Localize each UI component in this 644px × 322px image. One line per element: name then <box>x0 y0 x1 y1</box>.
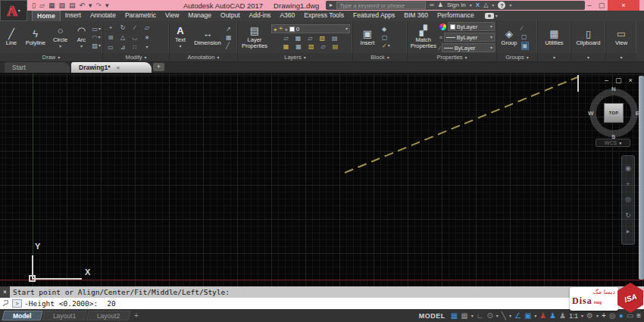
layer-freeze-icon[interactable]: ☀ <box>278 26 283 32</box>
utilities-button[interactable]: ▦ Utilities <box>539 29 569 46</box>
circle-button[interactable]: ○ Circle ▾ <box>50 26 71 48</box>
arc-button[interactable]: ◠ Arc ▾ <box>73 26 91 48</box>
close-window-icon[interactable]: × <box>608 0 639 11</box>
new-layout-button[interactable]: + <box>134 311 139 320</box>
tab-performance[interactable]: Performance <box>433 11 479 21</box>
scale-icon[interactable]: ⊿ <box>120 44 126 51</box>
layer-walk-icon[interactable]: ▧ <box>308 43 314 50</box>
hatch-caret-icon[interactable]: ▾ <box>98 43 101 48</box>
annotation-visibility-icon[interactable]: ♟ <box>539 311 546 320</box>
file-tab-start[interactable]: Start <box>5 62 70 73</box>
layer-match-icon[interactable]: ▦ <box>283 43 289 50</box>
rotate-icon[interactable]: ↻ <box>120 24 126 31</box>
layout2-tab[interactable]: Layout2 <box>86 311 130 320</box>
ortho-mode-icon[interactable]: ∟ <box>477 311 484 320</box>
sign-in-button[interactable]: Sign In <box>447 1 466 10</box>
layer-make-current-icon[interactable]: ▤ <box>332 35 338 42</box>
array-caret-icon[interactable]: ▾ <box>145 45 148 49</box>
print-icon[interactable]: ▤ <box>69 1 76 10</box>
restore-window-icon[interactable]: ▢ <box>596 0 608 11</box>
layer-color-swatch[interactable] <box>289 27 295 32</box>
layer-unlock-icon[interactable]: ▧ <box>319 35 325 42</box>
snap-caret-icon[interactable]: ▾ <box>471 314 474 318</box>
tab-express-tools[interactable]: Express Tools <box>299 11 349 21</box>
polar-tracking-icon[interactable]: ⊙ <box>486 311 492 320</box>
layers-panel-title[interactable]: Layers ▾ <box>238 53 352 61</box>
ungroup-icon[interactable]: ∕ <box>521 25 529 32</box>
exchange-apps-icon[interactable]: X <box>476 1 480 10</box>
command-input-value[interactable]: 20 <box>107 299 115 308</box>
tab-a360[interactable]: A360 <box>275 11 299 21</box>
search-binoculars-icon[interactable]: ∞ <box>430 1 434 10</box>
object-color-dropdown[interactable]: ByLayer ▾ <box>448 22 495 31</box>
properties-panel-title[interactable]: Properties ▾ <box>408 53 496 61</box>
layer-on-icon[interactable]: ● <box>274 27 277 32</box>
layer-isolate-icon[interactable]: ▦ <box>295 35 302 42</box>
leader-icon[interactable]: ↗ <box>226 26 232 33</box>
file-tab-drawing1[interactable]: Drawing1* × <box>71 62 152 73</box>
new-file-icon[interactable]: ▯ <box>32 1 36 10</box>
close-command-icon[interactable]: × <box>0 286 10 298</box>
table-icon[interactable]: ▦ <box>226 34 232 41</box>
array-icon[interactable]: ∷ <box>133 44 136 51</box>
open-file-icon[interactable]: ▱ <box>39 1 45 10</box>
save-icon[interactable]: ▦ <box>48 1 55 10</box>
hatch-icon[interactable]: ▨ <box>92 42 98 49</box>
layer-properties-button[interactable]: ▤ Layer Properties <box>239 26 270 49</box>
tab-home[interactable]: Home <box>32 11 61 21</box>
compass-west[interactable]: W <box>588 110 594 117</box>
copy-icon[interactable]: ⊞ <box>108 34 114 41</box>
minimize-window-icon[interactable]: – <box>583 0 596 11</box>
sign-in-caret-icon[interactable]: ▾ <box>470 3 472 8</box>
object-color-caret-icon[interactable]: ▾ <box>490 24 492 29</box>
compass-north[interactable]: N <box>611 86 616 92</box>
ellipse-icon[interactable]: ◠ <box>92 34 97 41</box>
clipboard-panel-title[interactable]: ▾ <box>571 53 605 61</box>
snap-mode-icon[interactable]: ▦ <box>461 311 467 320</box>
match-properties-button[interactable]: ▞ Match Properties <box>409 26 438 49</box>
lineweight-dropdown[interactable]: ByLayer ▾ <box>444 33 495 42</box>
command-customize-button[interactable] <box>0 298 10 309</box>
polyline-button[interactable]: ϟ Polyline <box>23 29 48 46</box>
scrollbar[interactable] <box>639 76 644 280</box>
draw-panel-title[interactable]: Draw ▾ <box>0 53 102 61</box>
rectangle-caret-icon[interactable]: ▾ <box>98 27 101 31</box>
tab-insert[interactable]: Insert <box>61 11 86 21</box>
wcs-dropdown[interactable]: WCS ▾ <box>596 139 630 147</box>
annotation-scale-icon[interactable]: ♟ <box>559 311 566 320</box>
help-icon[interactable]: ? <box>498 2 505 9</box>
layer-off-icon[interactable]: ▱ <box>284 35 289 42</box>
tab-manage[interactable]: Manage <box>183 11 216 21</box>
layer-lock-icon[interactable]: ● <box>285 27 288 32</box>
erase-icon[interactable]: ▱ <box>145 24 149 31</box>
tab-bim-360[interactable]: BIM 360 <box>399 11 433 21</box>
application-menu-button[interactable]: A ▾ <box>0 0 27 21</box>
close-drawing-tab-icon[interactable]: × <box>117 64 120 71</box>
new-drawing-tab-button[interactable]: + <box>153 63 164 71</box>
text-button[interactable]: A Text ▾ <box>171 26 189 48</box>
layer-merge-icon[interactable]: ▤ <box>333 43 339 50</box>
save-as-icon[interactable]: ▧ <box>58 1 65 10</box>
isodraft-icon[interactable]: ╲ <box>502 311 506 320</box>
layer-freeze-tool-icon[interactable]: ▱ <box>308 35 312 42</box>
linetype-caret-icon[interactable]: ▾ <box>490 45 492 50</box>
qat-customize-caret-icon[interactable]: ▾ <box>105 1 109 10</box>
screencast-button[interactable]: ▾ <box>485 13 498 19</box>
linetype-dropdown[interactable]: ByLayer ▾ <box>442 43 495 52</box>
tab-add-ins[interactable]: Add-ins <box>245 11 276 21</box>
object-snap-caret-icon[interactable]: ▾ <box>534 314 536 318</box>
annotation-more-icon[interactable]: ╱ <box>226 42 232 49</box>
tab-annotate[interactable]: Annotate <box>86 11 120 21</box>
layer-previous-icon[interactable]: ▦ <box>295 43 302 50</box>
undo-icon[interactable]: ↶ <box>79 1 85 10</box>
move-icon[interactable]: + <box>109 24 113 31</box>
dimension-button[interactable]: ↔ Dimension <box>191 29 224 46</box>
block-panel-title[interactable]: Block ▾ <box>353 53 407 61</box>
polar-caret-icon[interactable]: ▾ <box>496 314 499 318</box>
tab-output[interactable]: Output <box>216 11 245 21</box>
navigation-wheel-icon[interactable]: ◉ <box>625 165 631 172</box>
rectangle-icon[interactable]: ▭ <box>92 26 98 33</box>
create-block-icon[interactable]: ◆ <box>382 26 390 33</box>
object-snap-icon[interactable]: ▣ <box>524 311 531 320</box>
object-snap-tracking-icon[interactable]: ∠ <box>514 311 521 320</box>
